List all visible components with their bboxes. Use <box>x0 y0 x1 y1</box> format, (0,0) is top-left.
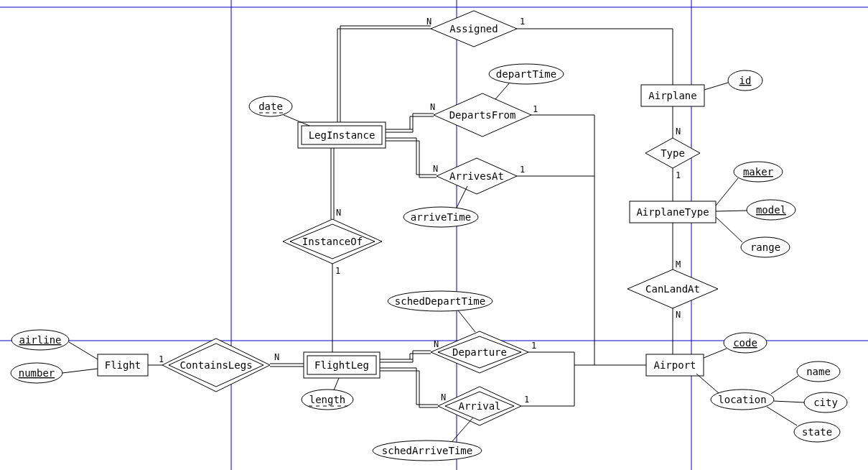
svg-line-106 <box>495 83 510 99</box>
card-arrivesat-right: 1 <box>520 165 525 175</box>
attr-schedarrive: schedArriveTime <box>373 441 482 461</box>
attr-city: city <box>804 392 847 413</box>
svg-line-111 <box>716 178 738 206</box>
svg-line-110 <box>704 83 728 90</box>
rel-instanceof: InstanceOf <box>283 219 382 264</box>
attr-maker: maker <box>734 162 783 182</box>
entity-airplanetype: AirplaneType <box>630 201 716 223</box>
card-canlandat-top: M <box>676 259 681 269</box>
attr-arrivetime: arriveTime <box>403 207 478 227</box>
card-departure-left: N <box>434 339 439 349</box>
entity-flightleg-label: FlightLeg <box>314 359 369 371</box>
rel-assigned-label: Assigned <box>449 23 498 34</box>
attr-length: length <box>302 390 353 410</box>
card-departure-right: 1 <box>531 341 536 351</box>
card-containslegs-right: N <box>274 352 279 362</box>
attr-name: name <box>797 361 840 382</box>
rel-departsfrom-label: DepartsFrom <box>449 109 516 121</box>
card-departsfrom-right: 1 <box>533 104 538 114</box>
rel-instanceof-label: InstanceOf <box>302 236 363 247</box>
rel-arrival: Arrival <box>438 387 521 425</box>
attr-state-label: state <box>802 426 832 438</box>
card-assigned-right: 1 <box>520 17 525 27</box>
svg-line-116 <box>771 376 798 394</box>
attr-location: location <box>711 390 774 410</box>
svg-line-117 <box>774 401 804 402</box>
entity-airplane: Airplane <box>641 85 704 106</box>
svg-line-103 <box>62 369 98 373</box>
attr-maker-label: maker <box>743 166 773 178</box>
entity-flight-label: Flight <box>105 359 141 371</box>
rel-departure: Departure <box>431 331 528 373</box>
card-type-bottom: 1 <box>676 170 681 180</box>
entity-leginstance-label: LegInstance <box>309 129 375 141</box>
card-instanceof-bottom: 1 <box>335 266 340 276</box>
attr-name-label: name <box>806 366 831 377</box>
rel-arrivesat: ArrivesAt <box>437 158 517 194</box>
svg-line-109 <box>452 418 473 441</box>
attr-location-label: location <box>718 394 766 405</box>
svg-line-118 <box>767 407 797 425</box>
rel-type-label: Type <box>661 147 685 159</box>
attr-code-label: code <box>733 337 757 349</box>
card-containslegs-left: 1 <box>159 354 164 364</box>
rel-assigned: Assigned <box>431 11 517 47</box>
attr-airline: airline <box>11 330 69 350</box>
attr-model: model <box>747 200 795 220</box>
card-arrivesat-left: N <box>433 164 438 174</box>
rel-containslegs-label: ContainsLegs <box>179 359 252 371</box>
attr-schedarrive-label: schedArriveTime <box>382 445 472 456</box>
attr-model-label: model <box>756 204 786 216</box>
attr-number: number <box>11 363 62 383</box>
svg-line-112 <box>716 211 747 211</box>
attr-date: date <box>249 96 292 116</box>
attr-range-label: range <box>750 241 780 253</box>
rel-departure-label: Departure <box>452 346 507 358</box>
entity-airplane-label: Airplane <box>648 90 696 101</box>
attr-departtime: departTime <box>489 64 564 84</box>
card-arrival-left: N <box>441 392 446 402</box>
svg-line-115 <box>696 374 719 393</box>
attr-departtime-label: departTime <box>496 68 556 80</box>
svg-line-102 <box>69 342 98 359</box>
rel-canlandat: CanLandAt <box>627 269 718 308</box>
rel-type: Type <box>645 138 700 168</box>
attr-id-label: id <box>739 75 752 86</box>
attr-number-label: number <box>19 367 55 379</box>
card-departsfrom-left: N <box>430 102 435 112</box>
entity-flightleg: FlightLeg <box>304 352 380 378</box>
svg-line-108 <box>458 310 475 332</box>
rel-arrival-label: Arrival <box>458 400 500 412</box>
attr-length-label: length <box>309 394 346 405</box>
attr-range: range <box>741 237 790 257</box>
attr-city-label: city <box>813 397 838 408</box>
rel-arrivesat-label: ArrivesAt <box>449 170 504 182</box>
svg-line-107 <box>457 186 467 208</box>
svg-line-114 <box>704 349 727 358</box>
card-type-top: N <box>676 126 681 137</box>
entity-airport-label: Airport <box>653 359 696 371</box>
card-canlandat-bottom: N <box>676 310 681 320</box>
attr-airline-label: airline <box>19 334 61 346</box>
attr-arrivetime-label: arriveTime <box>411 211 471 223</box>
rel-canlandat-label: CanLandAt <box>645 283 700 295</box>
entity-leginstance: LegInstance <box>298 122 386 148</box>
attr-code: code <box>724 333 767 353</box>
entity-airplanetype-label: AirplaneType <box>636 206 709 218</box>
attr-state: state <box>794 422 840 442</box>
attr-id: id <box>728 70 762 91</box>
er-diagram-canvas: Flight FlightLeg LegInstance Airplane Ai… <box>0 0 868 470</box>
attr-scheddepart-label: schedDepartTime <box>395 295 485 307</box>
card-arrival-right: 1 <box>524 395 529 405</box>
attr-scheddepart: schedDepartTime <box>388 291 493 311</box>
svg-line-105 <box>284 115 309 126</box>
card-assigned-left: N <box>426 17 431 27</box>
entity-airport: Airport <box>646 354 704 376</box>
svg-line-104 <box>334 378 339 390</box>
attr-date-label: date <box>258 101 283 112</box>
svg-line-113 <box>716 217 742 242</box>
card-instanceof-top: N <box>336 208 341 218</box>
entity-flight: Flight <box>98 354 148 376</box>
rel-containslegs: ContainsLegs <box>162 338 270 392</box>
rel-departsfrom: DepartsFrom <box>434 93 531 137</box>
